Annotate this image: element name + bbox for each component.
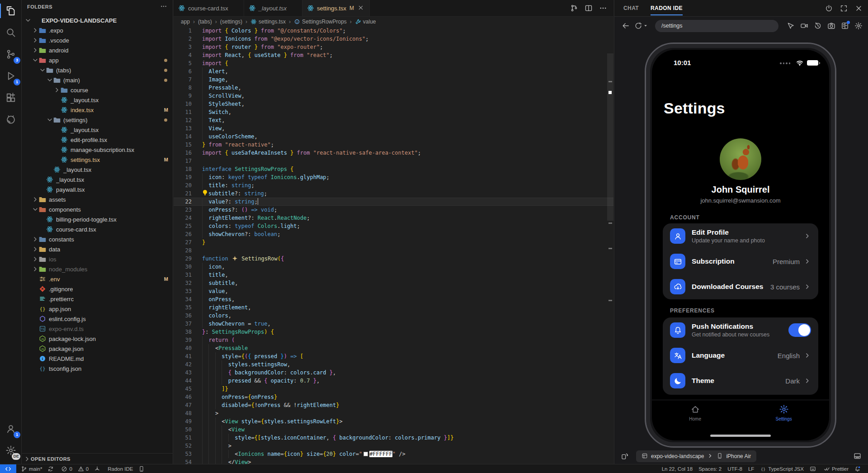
code-line[interactable]: 42 styles.settingsRow, bbox=[174, 360, 613, 369]
back-icon[interactable] bbox=[621, 21, 631, 31]
tree-item[interactable]: .env M bbox=[22, 274, 173, 284]
code-line[interactable]: 12 Text, bbox=[174, 116, 613, 124]
device-screen[interactable]: 10:01 Settings John Squirrel john.squirr… bbox=[652, 50, 829, 440]
code-line[interactable]: 46 onPress={onPress} bbox=[174, 393, 613, 401]
reload-dropdown-icon[interactable] bbox=[643, 21, 649, 31]
code-line[interactable]: 28 bbox=[174, 246, 613, 255]
code-line[interactable]: 13 View, bbox=[174, 124, 613, 132]
tree-item[interactable]: _layout.tsx bbox=[22, 95, 173, 105]
avatar[interactable] bbox=[720, 138, 761, 180]
code-line[interactable]: 35 rightElement, bbox=[174, 303, 613, 312]
rotate-device-icon[interactable] bbox=[620, 451, 630, 461]
tree-item[interactable]: manage-subscription.tsx bbox=[22, 145, 173, 155]
tree-item[interactable]: billing-period-toggle.tsx bbox=[22, 214, 173, 224]
settings-row[interactable]: Subscription Premium bbox=[663, 249, 818, 274]
code-line[interactable]: 33 value, bbox=[174, 287, 613, 295]
tree-item[interactable]: {} app.json bbox=[22, 304, 173, 314]
bottom-panel-icon[interactable] bbox=[853, 451, 863, 461]
tree-item[interactable]: EXPO-VIDEO-LANDSCAPE bbox=[22, 15, 173, 25]
code-line[interactable]: 27 } bbox=[174, 238, 613, 246]
status-item[interactable] bbox=[47, 466, 56, 472]
tree-item[interactable]: ios bbox=[22, 254, 173, 264]
panel-settings-icon[interactable] bbox=[854, 21, 863, 31]
device-selector[interactable]: expo-video-landscape iPhone Air bbox=[636, 450, 756, 462]
phone-tab[interactable]: Home bbox=[689, 404, 701, 421]
tree-item[interactable]: (main) bbox=[22, 75, 173, 85]
code-line[interactable]: 25 colors: typeof Colors.light; bbox=[174, 222, 613, 230]
tree-item[interactable]: paywall.tsx bbox=[22, 184, 173, 194]
tree-item[interactable]: data bbox=[22, 244, 173, 254]
code-line[interactable]: 40 <Pressable bbox=[174, 344, 613, 352]
code-line[interactable]: 31 title, bbox=[174, 271, 613, 279]
code-line[interactable]: 41 style={({ pressed }) => [ bbox=[174, 352, 613, 360]
status-item[interactable]: UTF-8 bbox=[727, 466, 742, 472]
tree-item[interactable]: .expo bbox=[22, 25, 173, 35]
code-line[interactable]: 1 import { Colors } from "@/constants/Co… bbox=[174, 27, 613, 35]
tree-item[interactable]: _layout.tsx bbox=[22, 165, 173, 175]
code-line[interactable]: 44 pressed && { opacity: 0.7 }, bbox=[174, 377, 613, 385]
status-item[interactable]: main* bbox=[21, 466, 42, 472]
devtools-icon[interactable] bbox=[840, 21, 850, 31]
code-line[interactable]: 24 rightElement?: React.ReactNode; bbox=[174, 214, 613, 222]
code-line[interactable]: 39 return ( bbox=[174, 336, 613, 344]
tree-item[interactable]: .prettierrc bbox=[22, 294, 173, 304]
tree-item[interactable]: TS expo-env.d.ts bbox=[22, 324, 173, 334]
code-line[interactable]: 18 interface SettingsRowProps { bbox=[174, 165, 613, 173]
account-icon[interactable]: 1 bbox=[0, 418, 22, 440]
settings-row[interactable]: Theme Dark bbox=[663, 368, 818, 393]
code-line[interactable]: 8 Pressable, bbox=[174, 84, 613, 92]
status-item[interactable] bbox=[854, 466, 863, 472]
code-line[interactable]: 20 title: string; bbox=[174, 181, 613, 189]
editor-tab[interactable]: settings.tsx M bbox=[302, 0, 370, 16]
code-line[interactable]: 37 showChevron = true, bbox=[174, 320, 613, 328]
code-line[interactable]: 10 StyleSheet, bbox=[174, 100, 613, 108]
breadcrumb-item[interactable]: value bbox=[347, 19, 376, 25]
tree-item[interactable]: (settings) bbox=[22, 115, 173, 125]
tree-item[interactable]: .vscode bbox=[22, 35, 173, 45]
settings-row[interactable]: Edit Profile Update your name and photo bbox=[663, 223, 818, 249]
panel-tab[interactable]: RADON IDE bbox=[651, 0, 683, 16]
status-item[interactable]: Ln 22, Col 18 bbox=[662, 466, 693, 472]
tree-item[interactable]: _layout.tsx bbox=[22, 175, 173, 184]
explorer-icon[interactable] bbox=[0, 0, 22, 22]
tree-item[interactable]: JS package.json bbox=[22, 344, 173, 354]
phone-tab[interactable]: Settings bbox=[776, 404, 792, 421]
code-line[interactable]: 5 import { bbox=[174, 59, 613, 67]
code-line[interactable]: 15 } from "react-native"; bbox=[174, 141, 613, 149]
breadcrumb-item[interactable]: app bbox=[181, 19, 190, 25]
code-line[interactable]: 7 Image, bbox=[174, 76, 613, 84]
tree-item[interactable]: (tabs) bbox=[22, 65, 173, 75]
replay-icon[interactable] bbox=[813, 21, 823, 31]
code-editor[interactable]: 1 import { Colors } from "@/constants/Co… bbox=[174, 27, 613, 464]
reload-icon[interactable] bbox=[633, 21, 643, 31]
tree-item[interactable]: _layout.tsx bbox=[22, 125, 173, 135]
breadcrumb-item[interactable]: (settings) bbox=[212, 19, 242, 25]
code-line[interactable]: 38 }: SettingsRowProps) { bbox=[174, 328, 613, 336]
status-item[interactable] bbox=[810, 466, 818, 472]
breadcrumb-item[interactable]: (tabs) bbox=[190, 19, 212, 25]
code-line[interactable]: 47 disabled={!onPress && !rightElement} bbox=[174, 401, 613, 409]
code-line[interactable]: 29 function SettingsRow({ bbox=[174, 255, 613, 263]
editor-tab[interactable]: _layout.tsx bbox=[244, 0, 302, 16]
code-line[interactable]: 52 > bbox=[174, 442, 613, 450]
status-item[interactable]: Prettier bbox=[824, 466, 849, 472]
tree-item[interactable]: edit-profile.tsx bbox=[22, 135, 173, 145]
status-item[interactable]: Spaces: 2 bbox=[698, 466, 722, 472]
status-item[interactable] bbox=[138, 466, 146, 472]
code-line[interactable]: 50 <View bbox=[174, 426, 613, 434]
code-line[interactable]: 51 style={[styles.iconContainer, { backg… bbox=[174, 434, 613, 442]
code-line[interactable]: 3 import { router } from "expo-router"; bbox=[174, 43, 613, 51]
remote-indicator[interactable] bbox=[0, 464, 16, 473]
status-item[interactable]: LF bbox=[748, 466, 754, 472]
code-line[interactable]: 43 { backgroundColor: colors.card }, bbox=[174, 369, 613, 377]
tree-item[interactable]: settings.tsx M bbox=[22, 155, 173, 165]
screen-record-icon[interactable] bbox=[799, 21, 809, 31]
tree-item[interactable]: course-card.tsx bbox=[22, 224, 173, 234]
editor-tab[interactable]: course-card.tsx bbox=[174, 0, 244, 16]
tree-item[interactable]: i README.md bbox=[22, 354, 173, 364]
manage-gear-icon[interactable]: DE bbox=[0, 440, 22, 461]
code-line[interactable]: 48 > bbox=[174, 409, 613, 417]
tree-item[interactable]: constants bbox=[22, 234, 173, 244]
source-control-graph-icon[interactable] bbox=[570, 4, 578, 12]
inspect-element-icon[interactable] bbox=[786, 21, 796, 31]
